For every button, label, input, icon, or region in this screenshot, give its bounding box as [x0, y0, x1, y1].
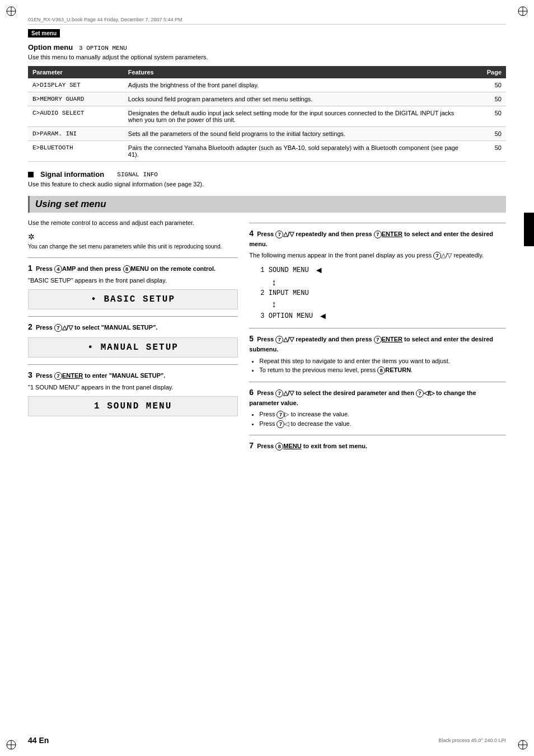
step-divider-r3: [249, 435, 506, 435]
step-2: 2 Press 7△/▽ to select "MANUAL SETUP". •…: [28, 321, 238, 358]
right-column: 4 Press 7△/▽ repeatedly and then press 7…: [249, 218, 506, 458]
diagram-arrow-2: ↕: [271, 299, 495, 309]
set-menu-banner: Set menu: [28, 29, 60, 37]
page-cell: 50: [468, 92, 506, 106]
step-5: 5 Press 7△/▽ repeatedly and then press 7…: [249, 333, 506, 375]
note-block: ✲ You can change the set menu parameters…: [28, 232, 238, 251]
circle-8: 8: [123, 265, 131, 273]
display-basic-setup: • BASIC SETUP: [28, 289, 238, 309]
bullet-6-1: Press 7▷ to increase the value.: [259, 410, 506, 419]
note-text: You can change the set menu parameters w…: [28, 243, 238, 251]
step-divider-0: [28, 257, 238, 258]
page-cell: 50: [468, 127, 506, 141]
table-row: A>DISPLAY SETAdjusts the brightness of t…: [28, 78, 506, 92]
step-divider-r2: [249, 382, 506, 382]
step-divider-2: [28, 364, 238, 365]
black-square-icon: [28, 172, 34, 177]
left-column: Use the remote control to access and adj…: [28, 218, 238, 458]
bullet-5-2: To return to the previous menu level, pr…: [259, 365, 506, 375]
param-cell: D>PARAM. INI: [28, 127, 124, 141]
page-cell: 50: [468, 106, 506, 127]
using-set-menu-header: Using set menu: [28, 196, 506, 213]
step-7: 7 Press 8MENU to exit from set menu.: [249, 440, 506, 452]
page-header: 01EN_RX-V363_U.book Page 44 Friday, Dece…: [28, 17, 506, 25]
using-set-menu-title: Using set menu: [35, 199, 500, 210]
step-2-header: 2 Press 7△/▽ to select "MANUAL SETUP".: [28, 321, 238, 333]
diagram-row-1: 1 SOUND MENU ◄: [260, 265, 495, 275]
corner-mark-tr: [517, 6, 528, 17]
circle-7b: 7: [54, 372, 62, 380]
step-5-bullets: Repeat this step to navigate to and ente…: [259, 356, 506, 375]
col-header-page: Page: [468, 66, 506, 78]
circle-4: 4: [54, 265, 62, 273]
step-5-header: 5 Press 7△/▽ repeatedly and then press 7…: [249, 333, 506, 354]
display-sound-menu: 1 SOUND MENU: [28, 396, 238, 416]
footer-note: Black process 45.0° 240.0 LPI: [438, 738, 506, 743]
step-1: 1 Press 4AMP and then press 8MENU on the…: [28, 262, 238, 309]
bullet-6-2: Press 7◁ to decrease the value.: [259, 419, 506, 429]
step-3-header: 3 Press 7ENTER to enter "MANUAL SETUP".: [28, 369, 238, 381]
option-menu-title: Option menu 3 OPTION MENU: [28, 43, 506, 51]
circle-7d: 7: [374, 231, 382, 238]
option-menu-mono: 3 OPTION MENU: [79, 45, 127, 51]
page-cell: 50: [468, 78, 506, 92]
step-3: 3 Press 7ENTER to enter "MANUAL SETUP". …: [28, 369, 238, 416]
circle-7h: 7: [275, 389, 283, 397]
note-icon: ✲: [28, 232, 238, 241]
bullet-5-1: Repeat this step to navigate to and ente…: [259, 356, 506, 366]
corner-mark-bl: [6, 739, 17, 750]
circle-7f: 7: [275, 336, 283, 344]
param-cell: E>BLUETOOTH: [28, 141, 124, 162]
feature-cell: Locks sound field program parameters and…: [124, 92, 468, 106]
signal-info-label: Signal information: [40, 170, 104, 179]
step-divider-1: [28, 316, 238, 317]
circle-8a: 8: [377, 367, 385, 374]
corner-mark-br: [517, 739, 528, 750]
col-header-features: Features: [124, 66, 468, 78]
option-menu-label: Option menu: [28, 43, 73, 51]
step-6-header: 6 Press 7△/▽ to select the desired param…: [249, 387, 506, 408]
param-cell: B>MEMORY GUARD: [28, 92, 124, 106]
step-divider-r1: [249, 328, 506, 328]
feature-cell: Pairs the connected Yamaha Bluetooth ada…: [124, 141, 468, 162]
step-6-bullets: Press 7▷ to increase the value. Press 7◁…: [259, 410, 506, 428]
step-6: 6 Press 7△/▽ to select the desired param…: [249, 387, 506, 429]
using-set-menu-desc: Use the remote control to access and adj…: [28, 218, 238, 228]
table-row: D>PARAM. INISets all the parameters of t…: [28, 127, 506, 141]
feature-cell: Designates the default audio input jack …: [124, 106, 468, 127]
param-cell: A>DISPLAY SET: [28, 78, 124, 92]
edge-tab: [524, 213, 534, 246]
page-number: 44 En: [28, 736, 49, 745]
page: 01EN_RX-V363_U.book Page 44 Friday, Dece…: [0, 0, 534, 756]
step-1-desc: "BASIC SETUP" appears in the front panel…: [28, 276, 238, 285]
page-cell: 50: [468, 141, 506, 162]
header-text: 01EN_RX-V363_U.book Page 44 Friday, Dece…: [28, 17, 182, 22]
step-divider-r0: [249, 223, 506, 223]
circle-7i: 7: [416, 389, 424, 397]
corner-mark-tl: [6, 6, 17, 17]
diagram-row-3: 3 OPTION MENU ◄: [260, 311, 495, 321]
col-header-parameter: Parameter: [28, 66, 124, 78]
step-1-header: 1 Press 4AMP and then press 8MENU on the…: [28, 262, 238, 274]
page-footer: 44 En Black process 45.0° 240.0 LPI: [28, 736, 506, 745]
param-table: Parameter Features Page A>DISPLAY SETAdj…: [28, 66, 506, 162]
step-7-header: 7 Press 8MENU to exit from set menu.: [249, 440, 506, 452]
circle-8b: 8: [275, 443, 283, 450]
option-menu-desc: Use this menu to manually adjust the opt…: [28, 54, 506, 60]
signal-info-desc: Use this feature to check audio signal i…: [28, 181, 506, 187]
circle-7j: 7: [277, 411, 284, 419]
circle-7c: 7: [275, 231, 283, 238]
feature-cell: Sets all the parameters of the sound fie…: [124, 127, 468, 141]
table-row: B>MEMORY GUARDLocks sound field program …: [28, 92, 506, 106]
param-cell: C>AUDIO SELECT: [28, 106, 124, 127]
signal-info-section: Signal information SIGNAL INFO Use this …: [28, 170, 506, 187]
step-4: 4 Press 7△/▽ repeatedly and then press 7…: [249, 228, 506, 321]
step-4-header: 4 Press 7△/▽ repeatedly and then press 7…: [249, 228, 506, 249]
signal-info-title: Signal information SIGNAL INFO: [28, 170, 506, 179]
menu-diagram: 1 SOUND MENU ◄ ↕ 2 INPUT MENU ↕ 3 OPTION…: [260, 265, 495, 321]
feature-cell: Adjusts the brightness of the front pane…: [124, 78, 468, 92]
diagram-arrow-1: ↕: [271, 277, 495, 288]
circle-7g: 7: [374, 336, 382, 344]
display-manual-setup: • MANUAL SETUP: [28, 337, 238, 358]
two-col-layout: Use the remote control to access and adj…: [28, 218, 506, 458]
